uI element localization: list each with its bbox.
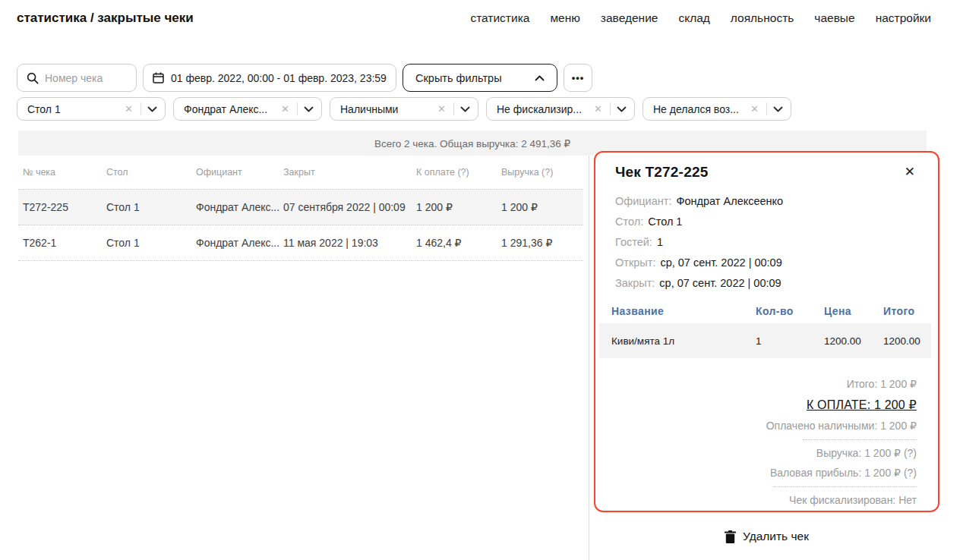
receipt-table: Стол 1 <box>106 201 196 213</box>
summary-text: Всего 2 чека. Общая выручка: 2 491,36 ₽ <box>374 137 570 149</box>
nav-item-stock[interactable]: склад <box>678 11 709 25</box>
total-to-pay: К ОПЛАТЕ: 1 200 ₽ <box>807 394 917 416</box>
item-price: 1200.00 <box>824 335 883 347</box>
receipt-search[interactable] <box>17 64 137 92</box>
item-col-name: Название <box>611 305 756 317</box>
nav-item-statistics[interactable]: статистика <box>470 11 529 25</box>
chevron-down-icon[interactable] <box>773 106 783 112</box>
nav-item-menu[interactable]: меню <box>550 11 579 25</box>
receipt-to-pay: 1 200 ₽ <box>416 201 501 213</box>
table-row[interactable]: T272-225 Стол 1 Фондрат Алекс... 07 сент… <box>18 190 583 225</box>
items-table-header: Название Кол-во Цена Итого <box>599 304 931 318</box>
receipt-closed: 07 сентября 2022 | 00:09 <box>283 201 416 213</box>
date-range-button[interactable]: 01 февр. 2022, 00:00 - 01 февр. 2023, 23… <box>143 64 396 92</box>
panel-header: Чек T272-225 ✕ <box>615 164 917 181</box>
chevron-down-icon[interactable] <box>147 106 157 112</box>
chip-divider <box>141 102 141 115</box>
receipt-totals: Итого: 1 200 ₽ К ОПЛАТЕ: 1 200 ₽ Оплачен… <box>615 374 917 510</box>
delete-receipt-button[interactable]: Удалить чек <box>594 530 939 543</box>
remove-filter-icon[interactable]: ✕ <box>123 103 134 115</box>
receipt-to-pay: 1 462,4 ₽ <box>416 237 501 249</box>
total-paid-cash: Оплачено наличными: 1 200 ₽ <box>766 416 917 436</box>
totals-divider <box>803 439 917 440</box>
remove-filter-icon[interactable]: ✕ <box>749 103 760 115</box>
receipt-waiter: Фондрат Алекс... <box>196 201 281 213</box>
active-filter-chips: Стол 1 ✕ Фондрат Алекс... ✕ Наличными ✕ … <box>17 97 791 121</box>
search-input[interactable] <box>45 72 128 84</box>
filter-chip-label: Фондрат Алекс... <box>184 103 279 115</box>
item-col-qty: Кол-во <box>756 305 824 317</box>
receipt-detail-panel: Чек T272-225 ✕ Официант: Фондрат Алексее… <box>594 151 939 512</box>
chip-divider <box>453 102 454 115</box>
total-gross-profit: Валовая прибыль: 1 200 ₽ (?) <box>770 463 917 483</box>
receipt-details: Официант: Фондрат Алексеенко Стол: Стол … <box>615 190 917 293</box>
chevron-down-icon[interactable] <box>304 106 314 112</box>
col-header-waiter: Официант <box>196 167 283 178</box>
item-name: Киви/мята 1л <box>611 335 756 347</box>
chevron-down-icon[interactable] <box>460 106 470 112</box>
col-header-to-pay: К оплате (?) <box>416 167 501 178</box>
nav-item-tips[interactable]: чаевые <box>814 11 854 25</box>
detail-waiter: Официант: Фондрат Алексеенко <box>615 190 917 211</box>
filter-toolbar: 01 февр. 2022, 00:00 - 01 февр. 2023, 23… <box>17 64 592 92</box>
nav-item-settings[interactable]: настройки <box>876 11 931 25</box>
hide-filters-button[interactable]: Скрыть фильтры <box>403 64 557 92</box>
remove-filter-icon[interactable]: ✕ <box>592 103 604 115</box>
receipt-revenue: 1 291,36 ₽ <box>501 237 583 249</box>
filter-chip-refund[interactable]: Не делался воз... ✕ <box>643 97 791 121</box>
total-subtotal: Итого: 1 200 ₽ <box>847 374 917 394</box>
ellipsis-icon: ••• <box>572 72 585 83</box>
col-header-number: № чека <box>23 167 106 178</box>
receipt-number: T272-225 <box>23 201 106 213</box>
detail-table: Стол: Стол 1 <box>615 211 917 231</box>
receipt-closed: 11 мая 2022 | 19:03 <box>283 237 416 249</box>
close-icon[interactable]: ✕ <box>903 164 917 180</box>
delete-receipt-label: Удалить чек <box>743 530 809 543</box>
nav-item-venue[interactable]: заведение <box>601 11 658 25</box>
receipt-number: T262-1 <box>23 237 106 249</box>
filter-chip-label: Наличными <box>340 103 436 115</box>
detail-guests: Гостей: 1 <box>615 231 917 252</box>
col-header-table: Стол <box>106 167 196 178</box>
table-row[interactable]: T262-1 Стол 1 Фондрат Алекс... 11 мая 20… <box>18 225 583 261</box>
receipts-table-header: № чека Стол Официант Закрыт К оплате (?)… <box>18 156 583 190</box>
nav-item-loyalty[interactable]: лояльность <box>731 11 794 25</box>
receipt-table: Стол 1 <box>106 237 196 249</box>
receipt-items-table: Название Кол-во Цена Итого Киви/мята 1л … <box>599 304 931 358</box>
remove-filter-icon[interactable]: ✕ <box>436 103 447 115</box>
filter-chip-fiscalization[interactable]: Не фискализир... ✕ <box>486 97 635 121</box>
chip-divider <box>297 102 298 115</box>
more-options-button[interactable]: ••• <box>564 64 592 92</box>
total-revenue: Выручка: 1 200 ₽ (?) <box>816 443 917 463</box>
hide-filters-label: Скрыть фильтры <box>415 72 502 84</box>
calendar-icon <box>153 72 164 83</box>
chip-divider <box>610 102 611 115</box>
filter-chip-waiter[interactable]: Фондрат Алекс... ✕ <box>173 97 322 121</box>
filter-chip-label: Не фискализир... <box>497 103 592 115</box>
col-header-closed: Закрыт <box>283 167 416 178</box>
chevron-up-icon <box>535 75 545 81</box>
top-bar: статистика / закрытые чеки статистика ме… <box>17 11 931 26</box>
remove-filter-icon[interactable]: ✕ <box>279 103 291 115</box>
receipt-revenue: 1 200 ₽ <box>501 201 583 213</box>
col-header-revenue: Выручка (?) <box>501 167 583 178</box>
fiscalized-status: Чек фискализирован: Нет <box>789 490 917 510</box>
chevron-down-icon[interactable] <box>617 106 627 112</box>
filter-chip-table[interactable]: Стол 1 ✕ <box>17 97 166 121</box>
item-col-total: Итого <box>883 305 922 317</box>
item-qty: 1 <box>756 335 824 347</box>
filter-chip-payment[interactable]: Наличными ✕ <box>330 97 478 121</box>
date-range-label: 01 февр. 2022, 00:00 - 01 февр. 2023, 23… <box>171 72 387 84</box>
filter-chip-label: Не делался воз... <box>653 103 749 115</box>
detail-opened: Открыт: ср, 07 сент. 2022 | 00:09 <box>615 252 917 272</box>
search-icon <box>27 72 39 84</box>
panel-divider <box>589 156 589 560</box>
receipts-table: № чека Стол Официант Закрыт К оплате (?)… <box>18 156 583 261</box>
receipt-panel-title: Чек T272-225 <box>615 164 708 181</box>
filter-chip-label: Стол 1 <box>27 103 123 115</box>
receipt-waiter: Фондрат Алекс... <box>196 237 281 249</box>
detail-closed: Закрыт: ср, 07 сент. 2022 | 00:09 <box>615 272 917 293</box>
main-nav: статистика меню заведение склад лояльнос… <box>470 11 931 25</box>
chip-divider <box>766 102 767 115</box>
item-total: 1200.00 <box>883 335 922 347</box>
